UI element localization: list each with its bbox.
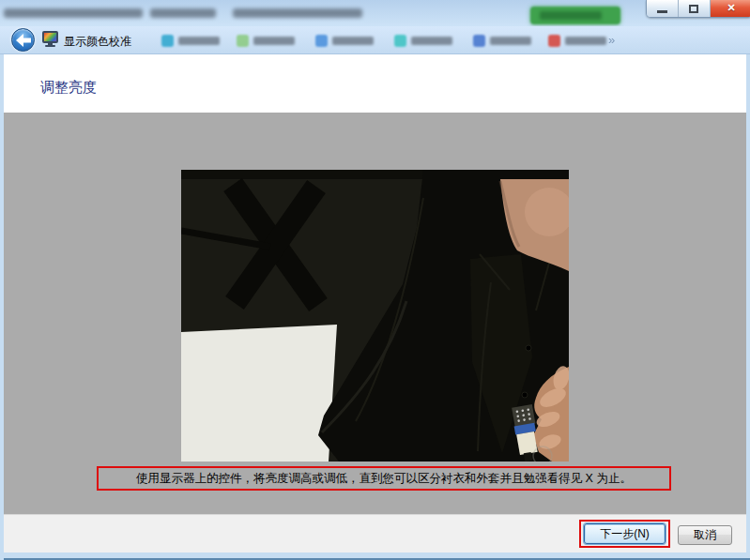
bookmark-label-blurred (332, 37, 374, 45)
close-button[interactable]: ✕ (711, 0, 750, 17)
bookmark-item-blurred[interactable] (237, 32, 295, 49)
bookmark-label-blurred (490, 37, 531, 45)
bookmark-item-blurred[interactable] (315, 32, 374, 49)
brightness-sample-photo (181, 170, 569, 462)
wizard-window: 调整亮度 (0, 54, 750, 560)
cancel-button[interactable]: 取消 (678, 525, 732, 545)
white-card (181, 325, 337, 462)
bookmark-favicon (315, 35, 328, 47)
instruction-annotation-box: 使用显示器上的控件，将亮度调高或调低，直到您可以区分衬衣和外套并且勉强看得见 X… (97, 466, 671, 491)
window-controls: ✕ (646, 0, 750, 18)
next-button[interactable]: 下一步(N) (584, 523, 666, 544)
wizard-footer: 下一步(N) 取消 (4, 514, 746, 552)
blurred-address-text (233, 8, 362, 18)
maximize-icon (689, 5, 698, 13)
browser-quick-access-button[interactable] (530, 7, 620, 24)
bookmark-favicon (473, 35, 485, 47)
next-button-annotation-box: 下一步(N) (579, 520, 670, 548)
bookmark-favicon (548, 35, 560, 47)
blurred-address-text (4, 8, 143, 18)
bookmark-label-blurred (565, 37, 606, 45)
instruction-text: 使用显示器上的控件，将亮度调高或调低，直到您可以区分衬衣和外套并且勉强看得见 X… (136, 471, 632, 487)
bookmark-label-blurred (253, 37, 295, 45)
bookmark-label-blurred (178, 37, 220, 45)
bookmark-favicon (394, 35, 406, 47)
wizard-content-area: 使用显示器上的控件，将亮度调高或调低，直到您可以区分衬衣和外套并且勉强看得见 X… (4, 113, 746, 514)
browser-titlebar: ✕ (0, 0, 750, 26)
bookmark-item-blurred[interactable] (473, 32, 531, 49)
minimize-icon (657, 10, 667, 13)
bookmark-favicon (237, 35, 249, 47)
back-button[interactable] (11, 28, 35, 52)
display-calibration-icon (42, 31, 58, 47)
bookmark-label-blurred (411, 37, 452, 45)
blurred-address-text (150, 8, 216, 18)
bookmarks-overflow-chevron[interactable]: » (608, 33, 615, 47)
minimize-button[interactable] (647, 0, 679, 17)
bookmark-favicon (161, 35, 174, 47)
bookmark-item-blurred[interactable] (161, 32, 220, 49)
blurred-button-label (540, 11, 602, 20)
close-icon: ✕ (711, 2, 750, 14)
page-title: 显示颜色校准 (64, 34, 131, 50)
back-arrow-icon (16, 34, 31, 47)
bookmark-item-blurred[interactable] (394, 32, 452, 49)
step-heading: 调整亮度 (40, 79, 97, 97)
wizard-header: 调整亮度 (4, 54, 746, 113)
wizard-toolbar: 显示颜色校准 » (0, 26, 750, 54)
maximize-button[interactable] (679, 0, 711, 17)
bookmark-item-blurred[interactable] (548, 32, 606, 49)
